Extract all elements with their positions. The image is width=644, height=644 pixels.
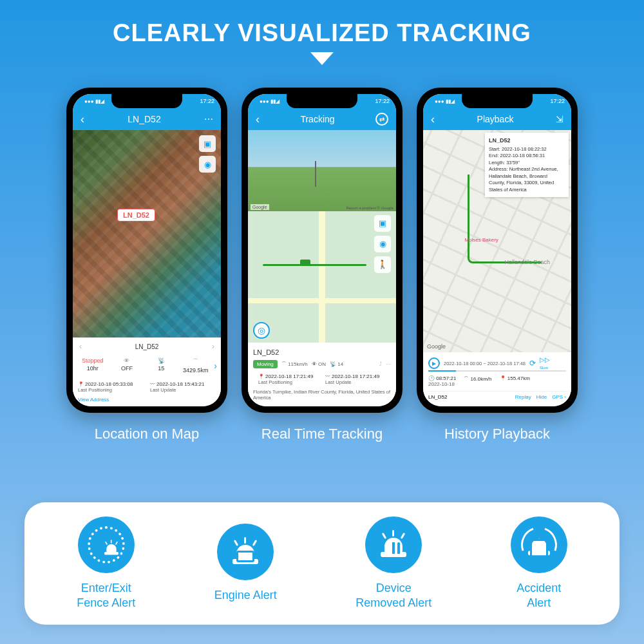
view-address-link[interactable]: View Address bbox=[73, 395, 221, 406]
device-name: LN_D52 bbox=[428, 394, 447, 400]
export-icon[interactable]: ⇲ bbox=[556, 114, 564, 124]
map-playback[interactable]: Moises Bakery Hallandale Beach Google LN… bbox=[423, 130, 571, 352]
status-value: Stopped bbox=[77, 357, 108, 364]
replay-button[interactable]: Replay bbox=[515, 394, 531, 400]
google-logo: Google bbox=[427, 343, 446, 350]
phone-playback: ●●● ▮▮◢17:22 ‹ Playback ⇲ Moises Bakery … bbox=[417, 88, 578, 442]
menu-icon[interactable]: ⋯ bbox=[204, 114, 213, 124]
phone-caption: History Playback bbox=[444, 426, 550, 442]
car-icon bbox=[300, 260, 310, 266]
phone-caption: Real Time Tracking bbox=[261, 426, 383, 442]
loop-icon[interactable]: ⟳ bbox=[529, 359, 536, 368]
header-title: Tracking bbox=[260, 114, 375, 124]
expand-icon[interactable]: › bbox=[214, 361, 217, 371]
address-text: Florida's Turnpike, Indian River County,… bbox=[253, 388, 391, 403]
feature-accident: AccidentAlert bbox=[511, 516, 567, 611]
info-panel: ‹LN_D52› Stopped10hr 👁OFF 📡15 ⌒3429.5km … bbox=[73, 337, 221, 406]
traffic-icon[interactable]: ◉ bbox=[374, 236, 391, 252]
device-tag[interactable]: LN_D52 bbox=[117, 209, 155, 222]
map-tracking[interactable]: Google Report a problem © Google ▣ ◉ 🚶 ◎ bbox=[248, 130, 396, 343]
layers-icon[interactable]: ▣ bbox=[374, 215, 391, 232]
hide-button[interactable]: Hide bbox=[536, 394, 547, 400]
engine-icon bbox=[217, 524, 274, 580]
map-satellite[interactable]: LN_D52 ▣ ◉ bbox=[73, 130, 221, 337]
traffic-icon[interactable]: ◉ bbox=[199, 156, 216, 173]
app-header: ‹ Playback ⇲ bbox=[423, 108, 571, 130]
info-panel: LN_D52 Moving ⌒ 115km/h 👁 ON 📡 14 ⤴⋯ 📍 2… bbox=[248, 343, 396, 407]
timeline-slider[interactable] bbox=[428, 370, 566, 372]
features-card: Enter/ExitFence Alert Engine Alert Devic… bbox=[24, 502, 620, 625]
google-badge: Google bbox=[251, 204, 269, 210]
gps-button[interactable]: GPS › bbox=[552, 394, 566, 400]
share-icon[interactable]: ⤴ bbox=[379, 361, 382, 367]
settings-icon[interactable]: ⇄ bbox=[375, 113, 388, 126]
device-removed-icon bbox=[365, 516, 422, 573]
poi-label: Hallandale Beach bbox=[505, 259, 551, 265]
headline: CLEARLY VISUALIZED TRACKING bbox=[0, 0, 644, 47]
phones-row: ●●● ▮▮◢17:22 ‹ LN_D52 ⋯ LN_D52 ▣ ◉ ‹LN_D… bbox=[0, 88, 644, 442]
header-title: LN_D52 bbox=[84, 114, 204, 124]
google-report: Report a problem © Google bbox=[346, 206, 393, 210]
triangle-down-icon bbox=[310, 52, 334, 65]
feature-engine: Engine Alert bbox=[214, 524, 277, 603]
feature-label: Engine Alert bbox=[214, 588, 277, 603]
feature-removed: DeviceRemoved Alert bbox=[355, 516, 431, 611]
person-icon[interactable]: 🚶 bbox=[374, 256, 391, 273]
device-name: LN_D52 bbox=[253, 347, 391, 357]
app-header: ‹ LN_D52 ⋯ bbox=[73, 108, 221, 130]
poi-label: Moises Bakery bbox=[464, 237, 498, 243]
feature-fence: Enter/ExitFence Alert bbox=[77, 516, 135, 611]
play-button[interactable]: ▶ bbox=[428, 357, 440, 369]
forward-icon[interactable]: ▷▷Slow bbox=[540, 356, 550, 370]
more-icon[interactable]: ⋯ bbox=[386, 361, 391, 367]
phone-tracking: ●●● ▮▮◢17:22 ‹ Tracking ⇄ Google Report … bbox=[242, 88, 402, 442]
accident-icon bbox=[511, 516, 567, 573]
phone-location: ●●● ▮▮◢17:22 ‹ LN_D52 ⋯ LN_D52 ▣ ◉ ‹LN_D… bbox=[66, 88, 227, 442]
feature-label: Enter/ExitFence Alert bbox=[77, 581, 135, 611]
fence-icon bbox=[78, 516, 135, 573]
trip-info-box: LN_D52 Start: 2022-10-18 08:22:32 End: 2… bbox=[485, 133, 569, 197]
app-header: ‹ Tracking ⇄ bbox=[248, 108, 396, 130]
header-title: Playback bbox=[435, 114, 556, 124]
device-name: LN_D52 bbox=[135, 343, 159, 350]
layers-icon[interactable]: ▣ bbox=[199, 135, 216, 152]
feature-label: DeviceRemoved Alert bbox=[355, 581, 431, 611]
locate-icon[interactable]: ◎ bbox=[253, 322, 270, 339]
feature-label: AccidentAlert bbox=[516, 581, 561, 611]
playback-panel: ▶ 2022-10-18 00:00 ~ 2022-10-18 17:48 ⟳ … bbox=[423, 352, 571, 406]
phone-caption: Location on Map bbox=[95, 426, 200, 442]
moving-badge: Moving bbox=[253, 360, 278, 368]
